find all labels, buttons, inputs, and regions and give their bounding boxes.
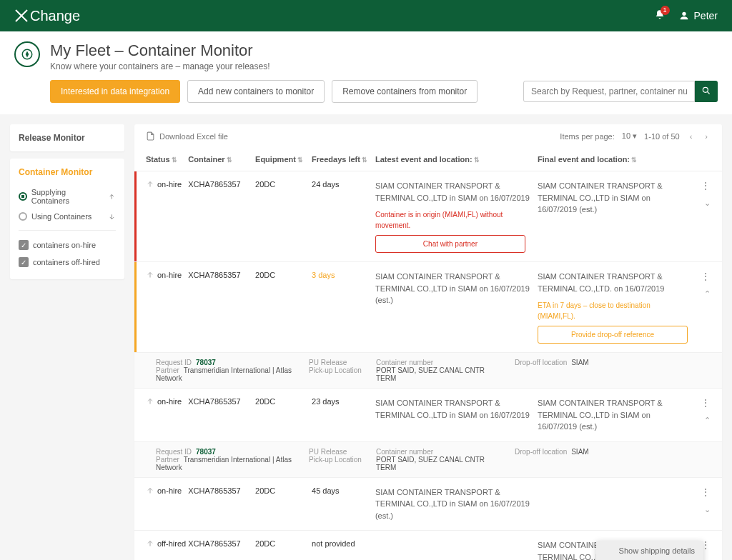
svg-point-2 bbox=[703, 87, 708, 92]
container-monitor-nav[interactable]: Container Monitor bbox=[19, 167, 116, 177]
items-per-page-select[interactable]: 10 ▾ bbox=[622, 131, 637, 141]
equipment-cell: 20DC bbox=[255, 486, 312, 522]
pagination-range: 1-10 of 50 bbox=[644, 132, 680, 141]
checkbox-checked-icon: ✓ bbox=[19, 257, 29, 267]
show-shipping-details-item[interactable]: Show shipping details bbox=[596, 541, 703, 560]
search-input[interactable] bbox=[523, 81, 695, 102]
row-menu-button[interactable]: ⋮ bbox=[689, 486, 711, 498]
freedays-cell: 3 days bbox=[312, 271, 375, 344]
row-details: Request ID78037 PartnerTransmeridian Int… bbox=[134, 442, 722, 478]
alert-text: Container is in origin (MIAMI,FL) withou… bbox=[375, 209, 538, 231]
context-menu: Show shipping details Report dropped-off… bbox=[596, 541, 703, 560]
status-cell: on-hire bbox=[146, 486, 188, 522]
user-menu[interactable]: Peter bbox=[678, 10, 718, 21]
final-event-cell: SIAM CONTAINER TRANSPORT & TERMINAL CO.,… bbox=[538, 397, 689, 433]
equipment-cell: 20DC bbox=[255, 271, 312, 344]
search-button[interactable] bbox=[695, 81, 718, 102]
svg-point-0 bbox=[682, 12, 686, 16]
brand-logo[interactable]: Change bbox=[14, 8, 80, 24]
status-cell: on-hire bbox=[146, 397, 188, 433]
freedays-header[interactable]: Freedays left⇅ bbox=[312, 155, 375, 164]
table-row: on-hire XCHA7865357 20DC 23 days SIAM CO… bbox=[134, 389, 722, 442]
final-event-cell: SIAM CONTAINER TRANSPORT & TERMINAL CO.,… bbox=[538, 271, 689, 344]
row-action-button[interactable]: Provide drop-off reference bbox=[538, 326, 688, 344]
equipment-cell: 20DC bbox=[255, 180, 312, 253]
release-monitor-nav[interactable]: Release Monitor bbox=[19, 133, 116, 143]
checkbox-checked-icon: ✓ bbox=[19, 240, 29, 250]
final-event-cell: SIAM CONTAINER TRANSPORT & TERMINAL CO.,… bbox=[538, 180, 689, 253]
equipment-cell: 20DC bbox=[255, 539, 312, 560]
container-cell: XCHA7865357 bbox=[188, 180, 255, 253]
page-title: My Fleet – Container Monitor bbox=[50, 41, 270, 60]
freedays-cell: 23 days bbox=[312, 397, 375, 433]
row-menu-button[interactable]: ⋮ bbox=[689, 180, 711, 191]
add-containers-button[interactable]: Add new containers to monitor bbox=[187, 80, 325, 103]
equipment-cell: 20DC bbox=[255, 397, 312, 433]
upload-icon bbox=[146, 271, 154, 281]
upload-icon bbox=[146, 539, 154, 549]
freedays-cell: 24 days bbox=[312, 180, 375, 253]
container-cell: XCHA7865357 bbox=[188, 486, 255, 522]
radio-on-icon bbox=[19, 192, 27, 201]
page-subtitle: Know where your containers are – manage … bbox=[50, 61, 270, 71]
latest-event-cell: SIAM CONTAINER TRANSPORT & TERMINAL CO.,… bbox=[375, 180, 538, 253]
items-per-page-label: Items per page: bbox=[560, 132, 614, 141]
container-header[interactable]: Container⇅ bbox=[188, 155, 255, 164]
latest-event-cell bbox=[375, 539, 538, 560]
compass-icon bbox=[14, 41, 40, 67]
prev-page-button[interactable]: ‹ bbox=[687, 132, 696, 141]
user-name: Peter bbox=[694, 10, 718, 21]
offhired-filter[interactable]: ✓ containers off-hired bbox=[19, 254, 116, 271]
download-excel-link[interactable]: Download Excel file bbox=[146, 131, 228, 141]
next-page-button[interactable]: › bbox=[702, 132, 711, 141]
data-integration-button[interactable]: Interested in data integration bbox=[50, 80, 180, 103]
expand-row-button[interactable]: ⌄ bbox=[689, 199, 711, 208]
row-details: Request ID78037 PartnerTransmeridian Int… bbox=[134, 353, 722, 389]
final-header[interactable]: Final event and location:⇅ bbox=[538, 155, 689, 164]
table-row: on-hire XCHA7865357 20DC 45 days SIAM CO… bbox=[134, 478, 722, 531]
status-cell: off-hired bbox=[146, 539, 188, 560]
table-row: on-hire XCHA7865357 20DC 3 days SIAM CON… bbox=[134, 262, 722, 353]
radio-off-icon bbox=[19, 212, 27, 221]
expand-row-button[interactable]: ⌃ bbox=[689, 416, 711, 425]
row-action-button[interactable]: Chat with partner bbox=[375, 235, 525, 253]
upload-icon bbox=[146, 397, 154, 407]
status-cell: on-hire bbox=[146, 180, 188, 253]
row-menu-button[interactable]: ⋮ bbox=[689, 397, 711, 409]
upload-icon bbox=[146, 180, 154, 190]
latest-event-cell: SIAM CONTAINER TRANSPORT & TERMINAL CO.,… bbox=[375, 271, 538, 344]
onhire-filter[interactable]: ✓ containers on-hire bbox=[19, 236, 116, 254]
expand-row-button[interactable]: ⌄ bbox=[689, 505, 711, 514]
freedays-cell: 45 days bbox=[312, 486, 375, 522]
latest-header[interactable]: Latest event and location:⇅ bbox=[375, 155, 538, 164]
latest-event-cell: SIAM CONTAINER TRANSPORT & TERMINAL CO.,… bbox=[375, 397, 538, 433]
container-cell: XCHA7865357 bbox=[188, 397, 255, 433]
latest-event-cell: SIAM CONTAINER TRANSPORT & TERMINAL CO.,… bbox=[375, 486, 538, 522]
supplying-containers-option[interactable]: Supplying Containers bbox=[19, 184, 116, 209]
status-header[interactable]: Status⇅ bbox=[146, 155, 188, 164]
status-cell: on-hire bbox=[146, 271, 188, 344]
expand-row-button[interactable]: ⌃ bbox=[689, 289, 711, 299]
table-row: on-hire XCHA7865357 20DC 24 days SIAM CO… bbox=[134, 171, 722, 262]
remove-containers-button[interactable]: Remove containers from monitor bbox=[332, 80, 478, 103]
row-menu-button[interactable]: ⋮ bbox=[689, 271, 711, 282]
notification-badge: 1 bbox=[661, 6, 670, 15]
upload-icon bbox=[146, 486, 154, 496]
container-cell: XCHA7865357 bbox=[188, 539, 255, 560]
notification-bell-icon[interactable]: 1 bbox=[654, 9, 666, 23]
freedays-cell: not provided bbox=[312, 539, 375, 560]
final-event-cell bbox=[538, 486, 689, 522]
using-containers-option[interactable]: Using Containers bbox=[19, 209, 116, 224]
alert-text: ETA in 7 days – close to destination (MI… bbox=[538, 300, 689, 321]
equipment-header[interactable]: Equipment⇅ bbox=[255, 155, 312, 164]
container-cell: XCHA7865357 bbox=[188, 271, 255, 344]
table-row: off-hired XCHA7865357 20DC not provided … bbox=[134, 531, 722, 560]
